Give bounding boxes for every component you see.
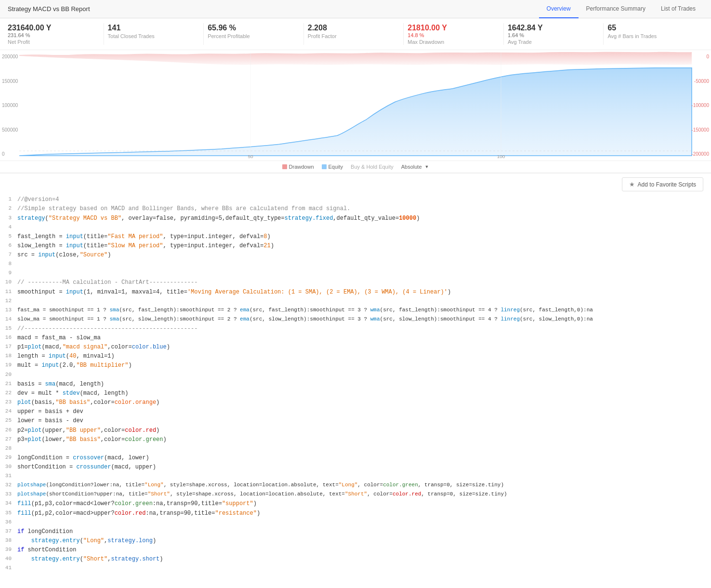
- code-lines-container: 1 //@version=4 2 //Simple strategy based…: [0, 195, 711, 581]
- code-line-16: 16 macd = fast_ma - slow_ma: [0, 334, 711, 343]
- code-line-8: 8: [0, 260, 711, 269]
- code-line-12: 12: [0, 297, 711, 306]
- code-toolbar: ★ Add to Favorite Scripts: [0, 174, 711, 195]
- stat-percent-profitable-label: Percent Profitable: [208, 33, 300, 39]
- legend-label-equity: Equity: [329, 164, 343, 170]
- stat-total-trades-value: 141: [108, 23, 200, 32]
- code-line-32: 32 plotshape(longCondition?lower:na, tit…: [0, 481, 711, 490]
- code-line-29: 29 longCondition = crossover(macd, lower…: [0, 454, 711, 463]
- fav-btn-label: Add to Favorite Scripts: [638, 181, 696, 188]
- code-line-6: 6 slow_length = input(title="Slow MA per…: [0, 241, 711, 251]
- nav-tabs: Overview Performance Summary List of Tra…: [539, 0, 703, 18]
- page-title: Strategy MACD vs BB Report: [8, 5, 90, 13]
- legend-absolute[interactable]: Absolute ▼: [401, 164, 429, 170]
- stats-row: 231640.00 Y 231.64 % Net Profit 141 Tota…: [0, 18, 711, 50]
- stat-percent-profitable-value: 65.96 %: [208, 23, 300, 32]
- tab-trades[interactable]: List of Trades: [653, 0, 703, 18]
- stat-avg-bars-value: 65: [607, 23, 699, 32]
- tab-overview[interactable]: Overview: [539, 0, 579, 18]
- code-line-7: 7 src = input(close,"Source"): [0, 251, 711, 260]
- code-line-19: 19 mult = input(2.0,"BB multiplier"): [0, 361, 711, 370]
- code-line-41: 41: [0, 564, 711, 573]
- code-line-17: 17 p1=plot(macd,"macd signal",color=colo…: [0, 343, 711, 352]
- code-line-14: 14 slow_ma = smoothinput == 1 ? sma(src,…: [0, 315, 711, 324]
- stat-avg-trade-sub: 1.64 %: [508, 32, 600, 38]
- stat-total-trades: 141 Total Closed Trades: [104, 23, 204, 45]
- chart-svg: 50 100: [0, 50, 711, 160]
- svg-text:100: 100: [497, 154, 505, 159]
- code-line-40: 40 strategy.entry("Short",strategy.short…: [0, 555, 711, 564]
- star-icon: ★: [629, 181, 635, 188]
- code-line-9: 9: [0, 269, 711, 278]
- code-line-15: 15 //-----------------------------------…: [0, 324, 711, 334]
- code-line-20: 20: [0, 371, 711, 380]
- code-line-35: 35 fill(p1,p2,color=macd>upper?color.red…: [0, 509, 711, 518]
- code-line-28: 28: [0, 444, 711, 454]
- stat-profit-factor: 2.208 Profit Factor: [304, 23, 404, 45]
- code-line-27: 27 p3=plot(lower,"BB basis",color=color.…: [0, 435, 711, 444]
- code-line-22: 22 dev = mult * stdev(macd, length): [0, 389, 711, 398]
- stat-net-profit-sub: 231.64 %: [8, 32, 100, 38]
- legend-label-buy-hold: Buy & Hold Equity: [351, 164, 394, 170]
- stat-profit-factor-label: Profit Factor: [308, 33, 400, 39]
- stat-max-drawdown-label: Max Drawdown: [408, 39, 500, 45]
- legend-equity[interactable]: Equity: [322, 164, 343, 170]
- chart-y-axis-left: 200000 150000 100000 500000 0: [0, 50, 20, 160]
- code-line-2: 2 //Simple strategy based on MACD and Bo…: [0, 204, 711, 214]
- stat-profit-factor-value: 2.208: [308, 23, 400, 32]
- code-line-11: 11 smoothinput = input(1, minval=1, maxv…: [0, 288, 711, 297]
- code-line-26: 26 p2=plot(upper,"BB upper",color=color.…: [0, 426, 711, 435]
- chart-legend: Drawdown Equity Buy & Hold Equity Absolu…: [0, 161, 711, 173]
- code-line-38: 38 strategy.entry("Long",strategy.long): [0, 536, 711, 546]
- app-header: Strategy MACD vs BB Report Overview Perf…: [0, 0, 711, 18]
- stat-max-drawdown: 21810.00 Y 14.8 % Max Drawdown: [404, 23, 504, 45]
- legend-label-absolute: Absolute: [401, 164, 422, 170]
- code-line-5: 5 fast_length = input(title="Fast MA per…: [0, 232, 711, 241]
- add-to-favorites-button[interactable]: ★ Add to Favorite Scripts: [622, 177, 703, 191]
- legend-label-drawdown: Drawdown: [289, 164, 314, 170]
- chevron-down-icon: ▼: [425, 164, 429, 169]
- code-line-21: 21 basis = sma(macd, length): [0, 380, 711, 389]
- stat-net-profit-label: Net Profit: [8, 39, 100, 45]
- stat-max-drawdown-sub: 14.8 %: [408, 32, 500, 38]
- code-line-34: 34 fill(p1,p3,color=macd<lower?color.gre…: [0, 499, 711, 508]
- stat-max-drawdown-value: 21810.00 Y: [408, 23, 500, 32]
- legend-dot-drawdown: [282, 164, 287, 169]
- code-line-37: 37 if longCondition: [0, 527, 711, 536]
- svg-text:50: 50: [248, 154, 253, 159]
- code-line-23: 23 plot(basis,"BB basis",color=color.ora…: [0, 398, 711, 407]
- tab-performance[interactable]: Performance Summary: [579, 0, 653, 18]
- legend-dot-equity: [322, 164, 327, 169]
- code-line-25: 25 lower = basis - dev: [0, 416, 711, 426]
- legend-buy-hold[interactable]: Buy & Hold Equity: [351, 164, 394, 170]
- stat-total-trades-label: Total Closed Trades: [108, 33, 200, 39]
- code-line-13: 13 fast_ma = smoothinput == 1 ? sma(src,…: [0, 306, 711, 315]
- stat-avg-trade: 1642.84 Y 1.64 % Avg Trade: [504, 23, 604, 45]
- code-line-33: 33 plotshape(shortCondition?upper:na, ti…: [0, 490, 711, 499]
- code-line-10: 10 // ----------MA calculation - ChartAr…: [0, 278, 711, 287]
- code-line-4: 4: [0, 223, 711, 232]
- stat-percent-profitable: 65.96 % Percent Profitable: [204, 23, 304, 45]
- code-line-24: 24 upper = basis + dev: [0, 407, 711, 416]
- code-line-39: 39 if shortCondition: [0, 546, 711, 555]
- stat-avg-bars: 65 Avg # Bars in Trades: [604, 23, 703, 45]
- code-line-36: 36: [0, 518, 711, 527]
- stat-avg-trade-value: 1642.84 Y: [508, 23, 600, 32]
- code-line-1: 1 //@version=4: [0, 195, 711, 204]
- code-line-30: 30 shortCondition = crossunder(macd, upp…: [0, 463, 711, 472]
- legend-drawdown[interactable]: Drawdown: [282, 164, 314, 170]
- stat-avg-trade-label: Avg Trade: [508, 39, 600, 45]
- performance-chart: 200000 150000 100000 500000 0 0 -50000 -…: [0, 50, 711, 161]
- code-editor: ★ Add to Favorite Scripts 1 //@version=4…: [0, 174, 711, 581]
- stat-avg-bars-label: Avg # Bars in Trades: [607, 33, 699, 39]
- chart-y-axis-right: 0 -50000 -100000 -150000 -200000: [689, 50, 711, 160]
- code-line-31: 31: [0, 472, 711, 481]
- code-line-18: 18 length = input(40, minval=1): [0, 352, 711, 361]
- stat-net-profit-value: 231640.00 Y: [8, 23, 100, 32]
- stat-net-profit: 231640.00 Y 231.64 % Net Profit: [8, 23, 104, 45]
- code-line-3: 3 strategy("Strategy MACD vs BB", overla…: [0, 214, 711, 223]
